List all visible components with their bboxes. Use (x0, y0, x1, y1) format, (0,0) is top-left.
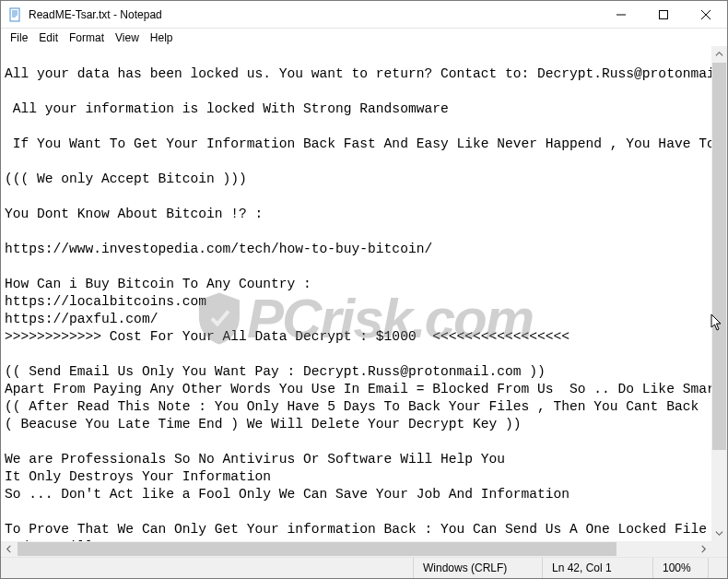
scroll-up-arrow-icon[interactable] (711, 46, 727, 62)
notepad-window: ReadME-Tsar.txt - Notepad File Edit Form… (0, 0, 728, 579)
close-button[interactable] (685, 1, 727, 29)
scrollbar-corner (711, 541, 727, 557)
titlebar[interactable]: ReadME-Tsar.txt - Notepad (1, 1, 727, 29)
window-title: ReadME-Tsar.txt - Notepad (29, 8, 162, 21)
editor-wrap: All your data has been locked us. You wa… (1, 46, 727, 557)
scroll-down-arrow-icon[interactable] (711, 526, 727, 541)
horizontal-scrollbar[interactable] (1, 541, 711, 557)
statusbar: Windows (CRLF) Ln 42, Col 1 100% (1, 557, 727, 578)
window-controls (600, 1, 727, 29)
maximize-button[interactable] (642, 1, 685, 29)
scroll-left-arrow-icon[interactable] (1, 541, 17, 557)
scroll-right-arrow-icon[interactable] (696, 541, 711, 557)
menu-edit[interactable]: Edit (33, 30, 64, 46)
horizontal-scroll-thumb[interactable] (18, 542, 616, 556)
menu-file[interactable]: File (5, 30, 33, 46)
vertical-scroll-thumb[interactable] (712, 63, 726, 450)
status-position: Ln 42, Col 1 (542, 558, 652, 578)
menu-view[interactable]: View (110, 30, 145, 46)
menubar: File Edit Format View Help (1, 29, 727, 46)
status-zoom: 100% (652, 558, 708, 578)
menu-help[interactable]: Help (145, 30, 179, 46)
menu-format[interactable]: Format (64, 30, 110, 46)
minimize-button[interactable] (600, 1, 642, 29)
notepad-icon (8, 7, 23, 22)
status-padding (708, 558, 727, 578)
vertical-scrollbar[interactable] (711, 46, 727, 541)
svg-rect-6 (660, 11, 668, 19)
text-editor[interactable]: All your data has been locked us. You wa… (1, 46, 727, 557)
status-encoding: Windows (CRLF) (413, 558, 542, 578)
